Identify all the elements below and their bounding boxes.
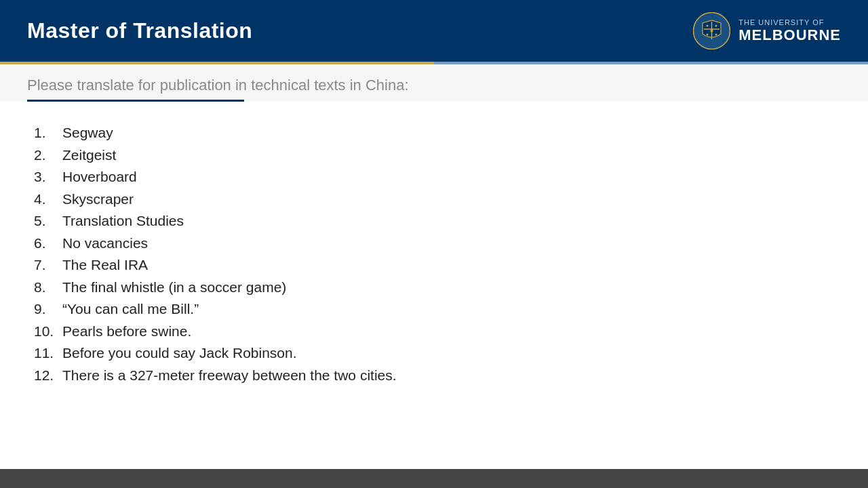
list-item-text: No vacancies — [62, 232, 148, 255]
list-item-text: Skyscraper — [62, 188, 134, 211]
list-item: 9.“You can call me Bill.” — [34, 298, 834, 321]
list-item-text: The final whistle (in a soccer game) — [62, 277, 286, 299]
list-item: 10.Pearls before swine. — [34, 321, 834, 343]
list-item-text: Segway — [62, 122, 113, 144]
translation-list: 1.Segway2.Zeitgeist3.Hoverboard4.Skyscra… — [34, 122, 834, 387]
list-item-number: 5. — [34, 210, 58, 232]
svg-point-5 — [707, 34, 709, 36]
page-title: Master of Translation — [27, 18, 252, 43]
list-item-text: Translation Studies — [62, 210, 184, 232]
list-item: 4.Skyscraper — [34, 188, 834, 211]
list-item-text: Before you could say Jack Robinson. — [62, 342, 297, 365]
list-item: 11.Before you could say Jack Robinson. — [34, 342, 834, 365]
list-item-number: 6. — [34, 232, 58, 255]
footer — [0, 469, 868, 488]
list-item-number: 2. — [34, 144, 58, 167]
list-item: 3.Hoverboard — [34, 166, 834, 188]
svg-point-4 — [715, 25, 717, 27]
list-item: 5.Translation Studies — [34, 210, 834, 232]
list-item-text: Zeitgeist — [62, 144, 116, 167]
list-item-number: 7. — [34, 254, 58, 277]
list-item-number: 11. — [34, 342, 58, 365]
list-item: 12.There is a 327-meter freeway between … — [34, 365, 834, 387]
university-logo: THE UNIVERSITY OF MELBOURNE — [693, 12, 841, 49]
university-name-bottom: MELBOURNE — [738, 26, 841, 44]
list-item: 6.No vacancies — [34, 232, 834, 255]
list-item: 7.The Real IRA — [34, 254, 834, 277]
list-item-number: 12. — [34, 365, 58, 387]
subtitle-text: Please translate for publication in tech… — [27, 77, 841, 94]
list-item-number: 10. — [34, 321, 58, 343]
list-item: 8.The final whistle (in a soccer game) — [34, 277, 834, 299]
header: Master of Translation THE UNIVERSITY OF … — [0, 0, 868, 62]
crest-icon — [693, 12, 730, 49]
list-item-text: Hoverboard — [62, 166, 137, 188]
list-item-number: 8. — [34, 277, 58, 299]
svg-point-3 — [707, 25, 709, 27]
list-item: 2.Zeitgeist — [34, 144, 834, 167]
list-item-number: 9. — [34, 298, 58, 321]
svg-point-7 — [711, 30, 713, 33]
list-item-text: There is a 327-meter freeway between the… — [62, 365, 397, 387]
list-item-number: 1. — [34, 122, 58, 144]
university-name-top: THE UNIVERSITY OF — [738, 18, 824, 26]
list-item-text: “You can call me Bill.” — [62, 298, 199, 321]
subtitle-bar: Please translate for publication in tech… — [0, 64, 868, 102]
list-item-text: Pearls before swine. — [62, 321, 191, 343]
main-content: 1.Segway2.Zeitgeist3.Hoverboard4.Skyscra… — [0, 102, 868, 469]
list-item-number: 3. — [34, 166, 58, 188]
list-item-number: 4. — [34, 188, 58, 211]
list-item-text: The Real IRA — [62, 254, 148, 277]
svg-point-6 — [715, 34, 717, 36]
university-name: THE UNIVERSITY OF MELBOURNE — [738, 18, 841, 44]
list-item: 1.Segway — [34, 122, 834, 144]
